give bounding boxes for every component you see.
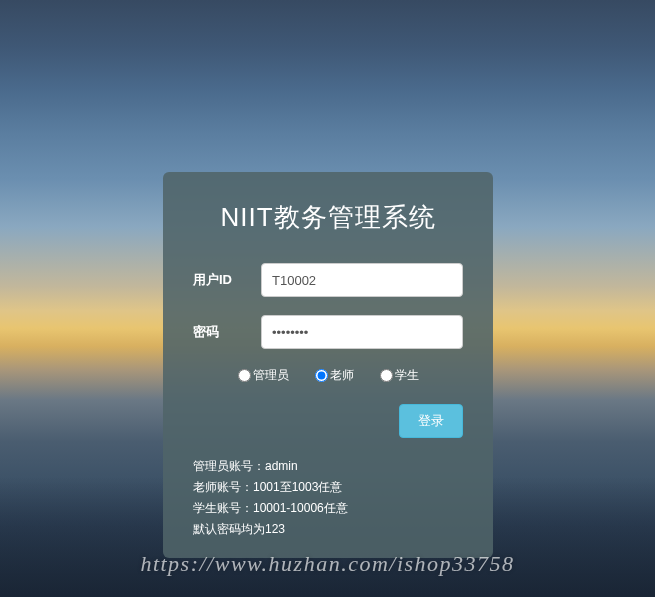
hint-teacher: 老师账号：1001至1003任意 (193, 477, 463, 498)
role-teacher-label: 老师 (330, 367, 354, 384)
page-title: NIIT教务管理系统 (193, 200, 463, 235)
password-input[interactable] (261, 315, 463, 349)
role-student[interactable]: 学生 (380, 367, 419, 384)
login-panel: NIIT教务管理系统 用户ID 密码 管理员 老师 学生 登录 管理员账号：ad… (163, 172, 493, 558)
role-radio-group: 管理员 老师 学生 (193, 367, 463, 384)
login-button[interactable]: 登录 (399, 404, 463, 438)
hint-student: 学生账号：10001-10006任意 (193, 498, 463, 519)
role-teacher-radio[interactable] (315, 369, 328, 382)
userid-label: 用户ID (193, 271, 261, 289)
role-admin[interactable]: 管理员 (238, 367, 289, 384)
role-teacher[interactable]: 老师 (315, 367, 354, 384)
hint-default-pw: 默认密码均为123 (193, 519, 463, 540)
hint-admin: 管理员账号：admin (193, 456, 463, 477)
userid-row: 用户ID (193, 263, 463, 297)
button-row: 登录 (193, 404, 463, 438)
role-student-radio[interactable] (380, 369, 393, 382)
password-label: 密码 (193, 323, 261, 341)
role-admin-radio[interactable] (238, 369, 251, 382)
watermark-text: https://www.huzhan.com/ishop33758 (0, 551, 655, 577)
userid-input[interactable] (261, 263, 463, 297)
role-admin-label: 管理员 (253, 367, 289, 384)
role-student-label: 学生 (395, 367, 419, 384)
hints-block: 管理员账号：admin 老师账号：1001至1003任意 学生账号：10001-… (193, 456, 463, 540)
password-row: 密码 (193, 315, 463, 349)
